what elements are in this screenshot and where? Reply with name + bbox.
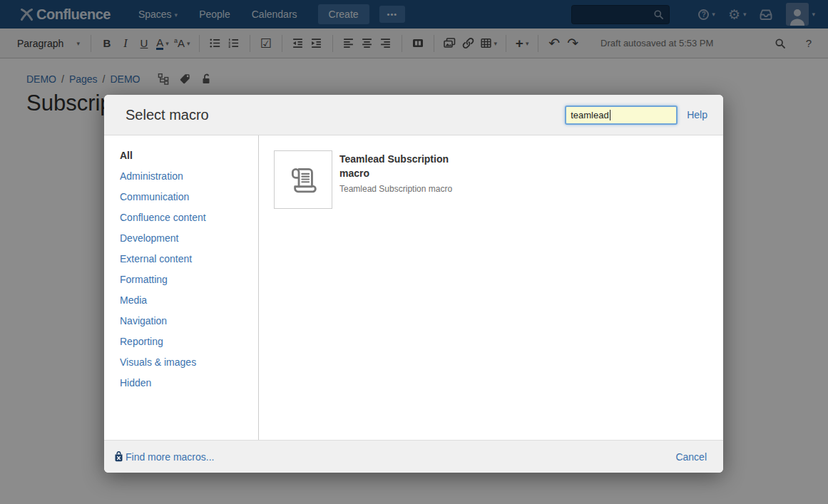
text-cursor [610, 110, 610, 120]
macro-result-item[interactable]: Teamlead Subscription macro Teamlead Sub… [274, 150, 723, 209]
macro-results: Teamlead Subscription macro Teamlead Sub… [259, 135, 723, 440]
dialog-header: Select macro teamlead Help [104, 95, 723, 135]
category-reporting[interactable]: Reporting [120, 331, 258, 352]
category-external-content[interactable]: External content [120, 249, 258, 269]
dialog-footer: Find more macros... Cancel [104, 440, 723, 473]
category-media[interactable]: Media [120, 290, 258, 311]
category-navigation[interactable]: Navigation [120, 311, 258, 331]
macro-search-input[interactable]: teamlead [565, 106, 678, 125]
category-development[interactable]: Development [120, 228, 258, 249]
category-administration[interactable]: Administration [120, 166, 258, 187]
category-hidden[interactable]: Hidden [120, 373, 258, 394]
category-communication[interactable]: Communication [120, 187, 258, 207]
marketplace-icon [114, 451, 123, 462]
macro-text: Teamlead Subscription macro Teamlead Sub… [339, 150, 475, 209]
find-more-macros-link[interactable]: Find more macros... [114, 451, 214, 463]
macro-category-list: All Administration Communication Conflue… [104, 135, 259, 440]
macro-description: Teamlead Subscription macro [339, 184, 475, 195]
dialog-body: All Administration Communication Conflue… [104, 135, 723, 440]
category-visuals-images[interactable]: Visuals & images [120, 352, 258, 373]
scroll-icon [285, 161, 322, 198]
macro-icon-box [274, 150, 332, 209]
category-confluence-content[interactable]: Confluence content [120, 207, 258, 228]
category-formatting[interactable]: Formatting [120, 269, 258, 290]
macro-title: Teamlead Subscription macro [339, 152, 475, 180]
dialog-title: Select macro [126, 107, 209, 123]
macro-search-value: teamlead [571, 110, 608, 120]
dialog-help-link[interactable]: Help [687, 109, 707, 120]
cancel-button[interactable]: Cancel [675, 451, 707, 463]
category-all[interactable]: All [120, 145, 258, 166]
select-macro-dialog: Select macro teamlead Help All Administr… [104, 95, 723, 473]
